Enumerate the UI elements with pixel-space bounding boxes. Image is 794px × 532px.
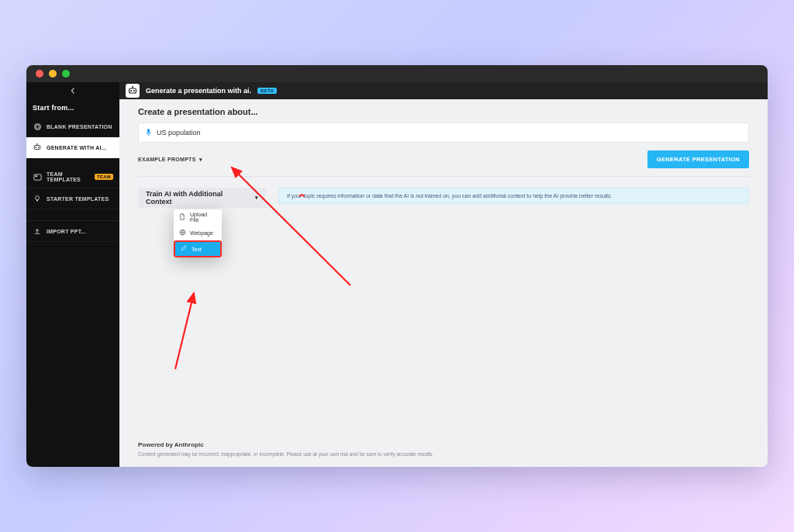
- svg-point-5: [36, 143, 37, 144]
- prompt-input[interactable]: [157, 129, 742, 136]
- example-prompts-toggle[interactable]: EXAMPLE PROMPTS ▾: [138, 157, 202, 163]
- robot-icon: [126, 84, 140, 98]
- sidebar-item-starter-templates[interactable]: STARTER TEMPLATES: [26, 188, 119, 209]
- svg-rect-1: [34, 145, 40, 149]
- svg-point-11: [130, 90, 132, 92]
- svg-point-14: [132, 86, 133, 88]
- app-window: Start from... BLANK PRESENTATION GENERAT…: [26, 65, 768, 467]
- train-context-label: Train AI with Additional Context: [146, 190, 250, 206]
- pencil-icon: [180, 245, 188, 253]
- plus-circle-icon: [33, 122, 42, 131]
- upload-icon: [33, 226, 42, 236]
- robot-icon: [33, 143, 42, 152]
- divider: [138, 176, 749, 177]
- footer: Powered by Anthropic Content generated m…: [138, 441, 749, 467]
- sidebar-item-blank-presentation[interactable]: BLANK PRESENTATION: [26, 116, 119, 137]
- powered-by: Powered by Anthropic: [138, 441, 749, 448]
- prompt-input-wrapper[interactable]: [138, 123, 749, 143]
- create-heading: Create a presentation about...: [138, 107, 749, 116]
- dropdown-item-text[interactable]: Text: [175, 242, 220, 256]
- app-body: Start from... BLANK PRESENTATION GENERAT…: [26, 82, 768, 467]
- train-context-dropdown: Upload File Webpage: [174, 209, 222, 257]
- page-title: Generate a presentation with ai.: [146, 87, 251, 95]
- dropdown-item-upload-file[interactable]: Upload File: [174, 209, 222, 225]
- svg-rect-10: [129, 88, 136, 93]
- content-area: Create a presentation about... EXAMPLE P…: [119, 99, 768, 467]
- dropdown-item-label: Upload File: [190, 212, 217, 223]
- beta-badge: BETA: [257, 88, 277, 94]
- window-zoom-button[interactable]: [62, 70, 70, 78]
- globe-icon: [178, 229, 186, 237]
- generate-presentation-button[interactable]: GENERATE PRESENTATION: [647, 150, 749, 168]
- svg-rect-6: [33, 174, 40, 179]
- dropdown-item-label: Webpage: [190, 230, 213, 236]
- sidebar-item-label: STARTER TEMPLATES: [47, 196, 109, 202]
- svg-point-2: [35, 147, 36, 148]
- sidebar-item-label: IMPORT PPT...: [47, 229, 86, 234]
- team-badge: TEAM: [95, 174, 113, 180]
- train-row: Train AI with Additional Context ▾ Uploa…: [138, 188, 749, 208]
- train-info-tip: If your topic requires information or da…: [278, 188, 749, 204]
- svg-rect-15: [147, 129, 150, 133]
- sidebar-item-generate-with-ai[interactable]: GENERATE WITH AI...: [26, 137, 119, 158]
- sidebar: Start from... BLANK PRESENTATION GENERAT…: [26, 82, 119, 467]
- titlebar: [26, 65, 768, 82]
- sidebar-item-import-ppt[interactable]: IMPORT PPT...: [26, 221, 119, 242]
- chevron-left-icon: [70, 88, 76, 94]
- sidebar-item-label: GENERATE WITH AI...: [47, 145, 106, 150]
- sidebar-item-team-templates[interactable]: TEAM TEMPLATES TEAM: [26, 166, 119, 188]
- svg-point-3: [38, 147, 40, 148]
- dropdown-item-webpage[interactable]: Webpage: [174, 225, 222, 240]
- svg-rect-9: [36, 200, 38, 202]
- main-header: Generate a presentation with ai. BETA: [119, 82, 768, 99]
- svg-rect-7: [35, 175, 37, 177]
- prompt-actions-row: EXAMPLE PROMPTS ▾ GENERATE PRESENTATION: [138, 150, 749, 168]
- svg-point-12: [133, 90, 135, 92]
- disclaimer: Content generated may be incorrect, inap…: [138, 451, 749, 458]
- svg-point-8: [36, 196, 40, 200]
- lightbulb-icon: [33, 194, 42, 203]
- templates-icon: [33, 172, 42, 181]
- window-minimize-button[interactable]: [49, 70, 57, 78]
- dropdown-item-label: Text: [192, 247, 202, 252]
- microphone-icon[interactable]: [145, 128, 152, 138]
- window-close-button[interactable]: [36, 70, 43, 78]
- sidebar-item-label: BLANK PRESENTATION: [47, 124, 112, 130]
- main-panel: Generate a presentation with ai. BETA Cr…: [119, 82, 768, 467]
- chevron-down-icon: ▾: [199, 157, 202, 163]
- sidebar-section-title: Start from...: [26, 99, 119, 116]
- back-button[interactable]: [26, 82, 119, 99]
- file-icon: [178, 213, 186, 222]
- train-context-toggle[interactable]: Train AI with Additional Context ▾: [138, 188, 266, 208]
- sidebar-item-label: TEAM TEMPLATES: [47, 171, 88, 182]
- example-prompts-label: EXAMPLE PROMPTS: [138, 157, 196, 162]
- chevron-down-icon: ▾: [255, 195, 258, 201]
